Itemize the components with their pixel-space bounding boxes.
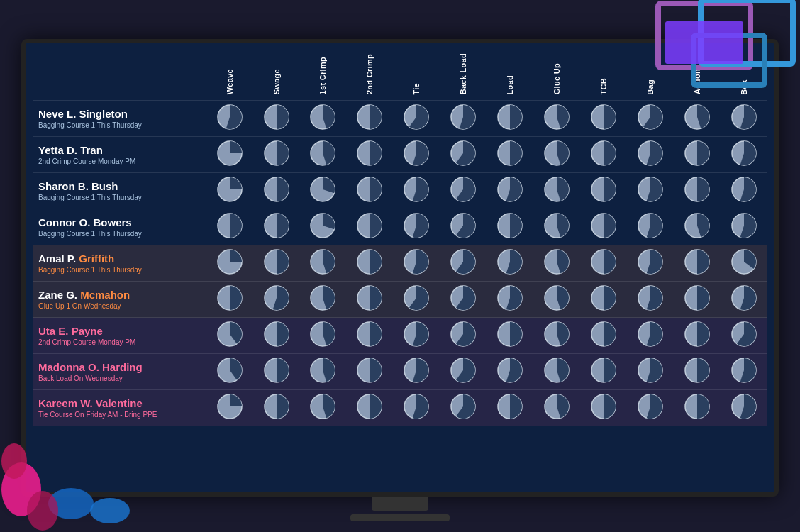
table-container: WeaveSwage1st Crimp2nd CrimpTieBack Load…	[26, 43, 774, 492]
skill-cell-0	[206, 354, 253, 390]
header-tie: Tie	[393, 50, 440, 101]
skill-cell-11	[721, 173, 767, 209]
header-bag: Bag	[627, 50, 674, 101]
skill-cell-2	[300, 137, 347, 173]
person-name-cell: Uta E. Payne2nd Crimp Course Monday PM	[33, 318, 206, 354]
skill-cell-7	[533, 173, 580, 209]
skill-cell-2	[300, 101, 347, 137]
skill-cell-7	[533, 245, 580, 282]
skill-cell-0	[206, 282, 253, 318]
skill-cell-3	[346, 101, 393, 137]
header-swage: Swage	[253, 50, 300, 101]
person-name-cell: Neve L. SingletonBagging Course 1 This T…	[33, 101, 206, 137]
table-row: Uta E. Payne2nd Crimp Course Monday PM	[33, 318, 767, 354]
header-crimp2: 2nd Crimp	[346, 50, 393, 101]
skill-cell-4	[393, 101, 440, 137]
skill-cell-0	[206, 173, 253, 209]
header-backload: Back Load	[440, 50, 487, 101]
skill-cell-2	[300, 173, 347, 209]
person-course: 2nd Crimp Course Monday PM	[38, 157, 205, 166]
skill-cell-9	[627, 390, 674, 426]
skill-cell-2	[300, 282, 347, 318]
table-row: Connor O. BowersBagging Course 1 This Th…	[33, 209, 767, 245]
skill-cell-5	[440, 101, 487, 137]
skill-cell-1	[253, 282, 300, 318]
header-action: Action	[674, 50, 721, 101]
skill-cell-2	[300, 354, 347, 390]
monitor-screen: WeaveSwage1st Crimp2nd CrimpTieBack Load…	[21, 39, 779, 497]
svg-point-8	[27, 491, 58, 531]
skill-cell-10	[674, 245, 721, 282]
skill-cell-6	[487, 245, 533, 282]
skill-cell-8	[580, 282, 627, 318]
person-name: Sharon B. Bush	[38, 180, 205, 193]
skill-cell-1	[253, 245, 300, 282]
skills-table: WeaveSwage1st Crimp2nd CrimpTieBack Load…	[33, 50, 767, 426]
skill-cell-3	[346, 173, 393, 209]
skill-cell-11	[721, 209, 767, 245]
skill-cell-0	[206, 137, 253, 173]
skill-cell-10	[674, 390, 721, 426]
monitor-base	[350, 514, 450, 521]
table-body: Neve L. SingletonBagging Course 1 This T…	[33, 101, 767, 426]
skill-cell-10	[674, 101, 721, 137]
skill-cell-11	[721, 245, 767, 282]
person-name-cell: Connor O. BowersBagging Course 1 This Th…	[33, 209, 206, 245]
skill-cell-4	[393, 209, 440, 245]
person-name-cell: Yetta D. Tran2nd Crimp Course Monday PM	[33, 137, 206, 173]
skill-cell-7	[533, 390, 580, 426]
skill-cell-5	[440, 245, 487, 282]
skill-cell-8	[580, 354, 627, 390]
person-name: Connor O. Bowers	[38, 216, 205, 229]
skill-cell-2	[300, 245, 347, 282]
skill-cell-2	[300, 390, 347, 426]
skill-cell-9	[627, 209, 674, 245]
skill-cell-6	[487, 318, 533, 354]
header-glueup: Glue Up	[533, 50, 580, 101]
skill-cell-6	[487, 101, 533, 137]
person-name-cell: Sharon B. BushBagging Course 1 This Thur…	[33, 173, 206, 209]
skill-cell-6	[487, 209, 533, 245]
person-name: Uta E. Payne	[38, 325, 205, 338]
skill-cell-3	[346, 245, 393, 282]
skill-cell-10	[674, 318, 721, 354]
skill-cell-5	[440, 282, 487, 318]
skill-cell-5	[440, 137, 487, 173]
skill-cell-3	[346, 390, 393, 426]
skill-cell-9	[627, 282, 674, 318]
skill-cell-7	[533, 354, 580, 390]
skill-cell-6	[487, 137, 533, 173]
table-row: Yetta D. Tran2nd Crimp Course Monday PM	[33, 137, 767, 173]
skill-cell-11	[721, 101, 767, 137]
skill-cell-4	[393, 390, 440, 426]
skill-cell-5	[440, 209, 487, 245]
skill-cell-1	[253, 390, 300, 426]
skill-cell-11	[721, 354, 767, 390]
skill-cell-4	[393, 173, 440, 209]
skill-cell-0	[206, 318, 253, 354]
skill-cell-4	[393, 282, 440, 318]
skill-cell-4	[393, 318, 440, 354]
skill-cell-10	[674, 173, 721, 209]
person-name-cell: Zane G. McmahonGlue Up 1 On Wednesday	[33, 282, 206, 318]
skill-cell-3	[346, 282, 393, 318]
skill-cell-9	[627, 173, 674, 209]
person-name: Zane G. Mcmahon	[38, 289, 205, 301]
skill-cell-8	[580, 209, 627, 245]
skill-cell-5	[440, 354, 487, 390]
skill-cell-11	[721, 137, 767, 173]
skill-cell-5	[440, 390, 487, 426]
table-row: Amal P. GriffithBagging Course 1 This Th…	[33, 245, 767, 282]
skill-cell-8	[580, 245, 627, 282]
person-course: Bagging Course 1 This Thursday	[38, 193, 205, 202]
skill-cell-4	[393, 354, 440, 390]
person-name: Amal P. Griffith	[38, 253, 205, 265]
skill-cell-1	[253, 354, 300, 390]
skill-cell-3	[346, 137, 393, 173]
table-row: Kareem W. ValentineTie Course On Friday …	[33, 390, 767, 426]
skill-cell-9	[627, 245, 674, 282]
skill-cell-0	[206, 245, 253, 282]
skill-cell-0	[206, 209, 253, 245]
header-row: WeaveSwage1st Crimp2nd CrimpTieBack Load…	[33, 50, 767, 101]
skill-cell-3	[346, 209, 393, 245]
